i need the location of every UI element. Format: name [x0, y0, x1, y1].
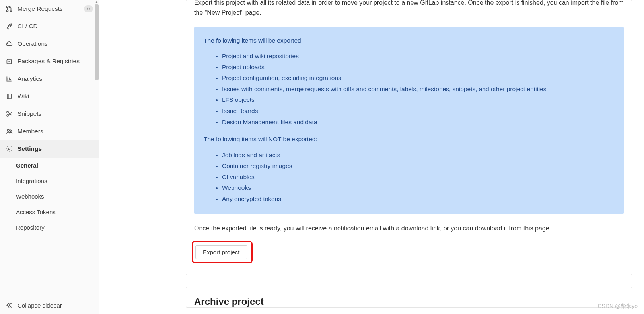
subnav-item-general[interactable]: General: [0, 158, 99, 173]
sidebar-item-members[interactable]: Members: [0, 123, 99, 140]
collapse-sidebar-button[interactable]: Collapse sidebar: [0, 296, 99, 314]
list-item: Any encrypted tokens: [222, 194, 614, 204]
sidebar-item-label: Analytics: [18, 75, 42, 82]
sidebar-item-snippets[interactable]: Snippets: [0, 105, 99, 123]
list-item: LFS objects: [222, 95, 614, 105]
svg-point-2: [10, 10, 12, 12]
archive-heading: Archive project: [194, 296, 624, 307]
svg-point-8: [10, 130, 11, 131]
sidebar-item-merge-requests[interactable]: Merge Requests 0: [0, 0, 99, 18]
not-exported-heading: The following items will NOT be exported…: [204, 134, 614, 144]
list-item: CI variables: [222, 172, 614, 182]
sidebar-item-operations[interactable]: Operations: [0, 35, 99, 53]
sidebar-item-label: Operations: [18, 40, 48, 47]
not-exported-items-list: Job logs and artifacts Container registr…: [204, 150, 614, 204]
archive-project-card: Archive project: [186, 287, 632, 308]
svg-rect-4: [7, 94, 11, 99]
sidebar-item-label: Packages & Registries: [18, 58, 80, 65]
subnav-label: Access Tokens: [16, 209, 56, 215]
package-icon: [6, 58, 13, 65]
exported-items-list: Project and wiki repositories Project up…: [204, 51, 614, 127]
sidebar-item-label: Merge Requests: [18, 5, 63, 12]
exported-heading: The following items will be exported:: [204, 35, 614, 46]
svg-point-1: [6, 10, 8, 12]
chart-icon: [6, 75, 13, 82]
svg-point-3: [10, 25, 10, 26]
export-button-highlight: Export project: [192, 241, 253, 263]
export-ready-note: Once the exported file is ready, you wil…: [194, 224, 624, 234]
sidebar-scrollbar[interactable]: [95, 4, 99, 80]
rocket-icon: [6, 23, 13, 30]
list-item: Project and wiki repositories: [222, 51, 614, 61]
svg-point-0: [6, 6, 8, 8]
export-project-button[interactable]: Export project: [195, 245, 247, 259]
list-item: Issue Boards: [222, 106, 614, 116]
subnav-label: Integrations: [16, 177, 47, 184]
sidebar-item-analytics[interactable]: Analytics: [0, 70, 99, 88]
cloud-icon: [6, 40, 13, 47]
watermark-text: CSDN @柴米yo: [597, 303, 638, 310]
svg-point-6: [7, 115, 8, 116]
sidebar: ▲ Merge Requests 0 CI / CD: [0, 0, 99, 314]
sidebar-item-ci-cd[interactable]: CI / CD: [0, 18, 99, 35]
gear-icon: [6, 145, 13, 152]
list-item: Webhooks: [222, 183, 614, 193]
sidebar-item-label: CI / CD: [18, 23, 38, 30]
collapse-label: Collapse sidebar: [18, 302, 62, 309]
subnav-item-webhooks[interactable]: Webhooks: [0, 189, 99, 204]
chevron-double-left-icon: [6, 302, 13, 309]
sidebar-item-wiki[interactable]: Wiki: [0, 88, 99, 105]
svg-point-9: [8, 148, 10, 150]
list-item: Issues with comments, merge requests wit…: [222, 84, 614, 94]
export-intro-text: Export this project with all its related…: [194, 0, 624, 18]
export-callout: The following items will be exported: Pr…: [194, 27, 624, 215]
list-item: Project uploads: [222, 62, 614, 72]
list-item: Project configuration, excluding integra…: [222, 73, 614, 83]
svg-point-7: [7, 129, 9, 131]
list-item: Job logs and artifacts: [222, 150, 614, 160]
svg-point-5: [7, 111, 8, 113]
merge-requests-badge: 0: [84, 5, 93, 12]
members-icon: [6, 128, 13, 135]
subnav-label: General: [16, 162, 38, 169]
sidebar-item-label: Settings: [18, 145, 42, 152]
sidebar-item-label: Wiki: [18, 93, 29, 100]
subnav-item-integrations[interactable]: Integrations: [0, 173, 99, 189]
sidebar-item-packages[interactable]: Packages & Registries: [0, 53, 99, 70]
sidebar-item-label: Snippets: [18, 110, 41, 117]
book-icon: [6, 93, 13, 100]
subnav-label: Repository: [16, 224, 45, 231]
export-project-card: Export this project with all its related…: [186, 0, 632, 275]
button-label: Export project: [203, 249, 240, 255]
subnav-item-repository[interactable]: Repository: [0, 220, 99, 235]
subnav-item-access-tokens[interactable]: Access Tokens: [0, 204, 99, 220]
sidebar-item-label: Members: [18, 128, 43, 135]
scissors-icon: [6, 110, 13, 117]
sidebar-item-settings[interactable]: Settings: [0, 140, 99, 158]
list-item: Container registry images: [222, 161, 614, 171]
merge-request-icon: [6, 5, 13, 12]
subnav-label: Webhooks: [16, 193, 44, 200]
settings-subnav: General Integrations Webhooks Access Tok…: [0, 158, 99, 235]
main-content: Export this project with all its related…: [99, 0, 644, 314]
list-item: Design Management files and data: [222, 117, 614, 127]
